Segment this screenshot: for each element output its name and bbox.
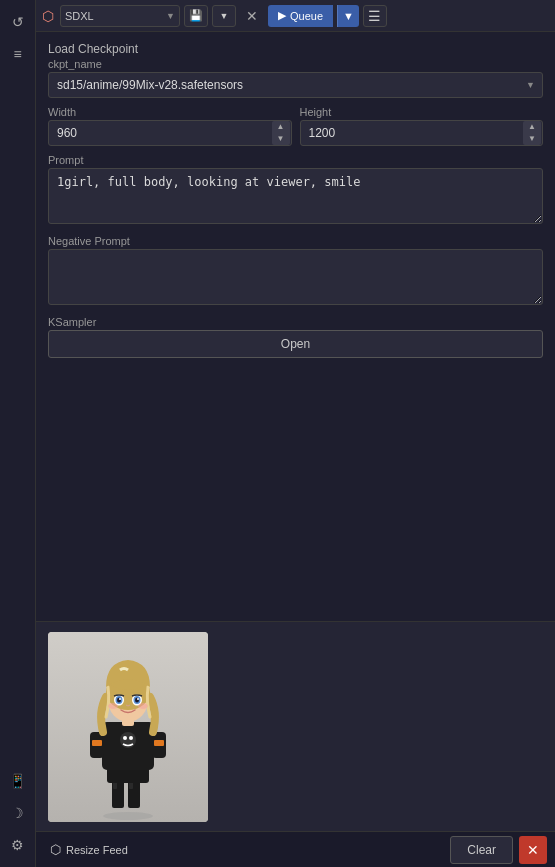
- sidebar-icon-mobile[interactable]: 📱: [4, 767, 32, 795]
- resize-feed-button[interactable]: ⬡ Resize Feed: [44, 838, 134, 861]
- width-spinners: ▲ ▼: [272, 121, 290, 145]
- width-input[interactable]: [48, 120, 292, 146]
- save-icon: 💾: [189, 9, 203, 22]
- svg-rect-11: [154, 740, 164, 746]
- svg-point-14: [129, 736, 133, 740]
- dropdown-arrow-icon: ▼: [166, 11, 175, 21]
- width-input-wrapper: ▲ ▼: [48, 120, 292, 146]
- sidebar-icon-settings[interactable]: ⚙: [4, 831, 32, 859]
- image-area: [36, 621, 555, 831]
- prompt-section: Prompt 1girl, full body, looking at view…: [48, 154, 543, 227]
- ckpt-select[interactable]: sd15/anime/99Mix-v28.safetensors: [48, 72, 543, 98]
- ksampler-open-button[interactable]: Open: [48, 330, 543, 358]
- negative-prompt-label: Negative Prompt: [48, 235, 543, 247]
- load-checkpoint-section: Load Checkpoint ckpt_name sd15/anime/99M…: [48, 42, 543, 98]
- svg-point-28: [138, 703, 148, 709]
- close-button[interactable]: ✕: [240, 5, 264, 27]
- menu-icon: ☰: [368, 8, 381, 24]
- chevron-down-icon: ▼: [220, 11, 229, 21]
- height-input[interactable]: [300, 120, 544, 146]
- bottom-close-icon: ✕: [527, 842, 539, 858]
- svg-point-25: [119, 698, 121, 700]
- width-group: Width ▲ ▼: [48, 106, 292, 146]
- height-input-wrapper: ▲ ▼: [300, 120, 544, 146]
- bottom-close-button[interactable]: ✕: [519, 836, 547, 864]
- height-spinners: ▲ ▼: [523, 121, 541, 145]
- width-decrement[interactable]: ▼: [272, 133, 290, 145]
- save-button[interactable]: 💾: [184, 5, 208, 27]
- negative-prompt-section: Negative Prompt: [48, 235, 543, 308]
- height-decrement[interactable]: ▼: [523, 133, 541, 145]
- prompt-label: Prompt: [48, 154, 543, 166]
- svg-point-13: [123, 736, 127, 740]
- width-increment[interactable]: ▲: [272, 121, 290, 133]
- queue-arrow-button[interactable]: ▼: [337, 5, 359, 27]
- resize-feed-label: Resize Feed: [66, 844, 128, 856]
- app-title: SDXL: [65, 10, 94, 22]
- negative-prompt-input[interactable]: [48, 249, 543, 305]
- generated-image: [48, 632, 208, 822]
- sidebar-icon-moon[interactable]: ☽: [4, 799, 32, 827]
- app-icon: ⬡: [42, 8, 54, 24]
- queue-label: Queue: [290, 10, 323, 22]
- menu-button[interactable]: ☰: [363, 5, 387, 27]
- sidebar: ↺ ≡ 📱 ☽ ⚙: [0, 0, 36, 867]
- dimensions-row: Width ▲ ▼ Height ▲ ▼: [48, 106, 543, 146]
- main-panel: ⬡ SDXL ▼ 💾 ▼ ✕ ▶ Queue ▼ ☰ Load Checkpoi…: [36, 0, 555, 867]
- svg-point-27: [108, 703, 118, 709]
- save-dropdown-button[interactable]: ▼: [212, 5, 236, 27]
- svg-point-1: [103, 812, 153, 820]
- height-group: Height ▲ ▼: [300, 106, 544, 146]
- bottom-bar: ⬡ Resize Feed Clear ✕: [36, 831, 555, 867]
- width-label: Width: [48, 106, 292, 118]
- ckpt-name-label: ckpt_name: [48, 58, 543, 70]
- play-icon: ▶: [278, 9, 286, 22]
- svg-rect-10: [92, 740, 102, 746]
- height-increment[interactable]: ▲: [523, 121, 541, 133]
- load-checkpoint-title: Load Checkpoint: [48, 42, 543, 56]
- ksampler-label: KSampler: [48, 316, 543, 328]
- height-label: Height: [300, 106, 544, 118]
- app-title-dropdown[interactable]: SDXL ▼: [60, 5, 180, 27]
- prompt-input[interactable]: 1girl, full body, looking at viewer, smi…: [48, 168, 543, 224]
- content-area: Load Checkpoint ckpt_name sd15/anime/99M…: [36, 32, 555, 621]
- ckpt-select-wrapper: sd15/anime/99Mix-v28.safetensors: [48, 72, 543, 98]
- titlebar: ⬡ SDXL ▼ 💾 ▼ ✕ ▶ Queue ▼ ☰: [36, 0, 555, 32]
- close-icon: ✕: [246, 8, 258, 24]
- sidebar-icon-document[interactable]: ≡: [4, 40, 32, 68]
- svg-point-26: [137, 698, 139, 700]
- queue-dropdown-icon: ▼: [343, 10, 354, 22]
- image-thumbnail[interactable]: [48, 632, 208, 822]
- sidebar-icon-history[interactable]: ↺: [4, 8, 32, 36]
- queue-button[interactable]: ▶ Queue: [268, 5, 333, 27]
- resize-icon: ⬡: [50, 842, 61, 857]
- ksampler-section: KSampler Open: [48, 316, 543, 358]
- clear-button[interactable]: Clear: [450, 836, 513, 864]
